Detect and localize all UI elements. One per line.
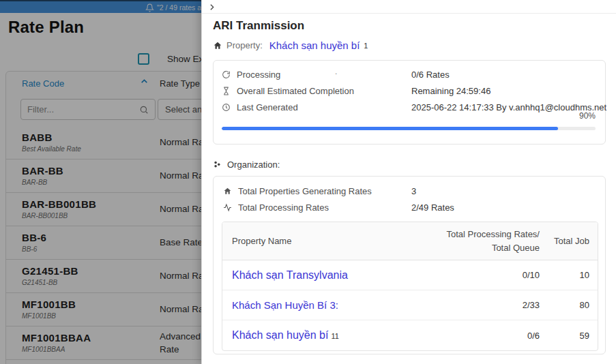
table-row[interactable]: Khách sạn huyền bí11 0/6 59 <box>222 320 598 350</box>
table-row[interactable]: Khách sạn Transylvania 0/10 10 <box>222 260 598 290</box>
processing-value: 0/6 Rates <box>411 70 450 80</box>
estimated-completion-value: Remaining 24:59:46 <box>411 86 490 96</box>
job-value: 80 <box>540 300 598 310</box>
drawer-title: ARI Tranmission <box>213 19 304 33</box>
progress-percent: 90% <box>579 111 596 121</box>
job-value: 59 <box>540 331 598 341</box>
job-value: 10 <box>540 270 598 280</box>
total-processing-label: Total Processing Rates <box>238 202 329 213</box>
property-suffix: 1 <box>364 42 368 50</box>
property-link[interactable]: Khách sạn huyền bí11 <box>222 329 437 342</box>
hourglass-icon <box>222 87 231 95</box>
table-row[interactable]: Khách Sạn Huyền Bí 3: 2/33 80 <box>222 290 598 320</box>
column-header-property-name: Property Name <box>222 236 437 246</box>
ari-transmission-drawer: ARI Tranmission Property: Khách sạn huyề… <box>201 0 616 364</box>
processing-label: Processing <box>237 70 280 80</box>
total-properties-value: 3 <box>411 186 416 196</box>
status-card: Processing . 0/6 Rates Overall Estimated… <box>213 60 606 145</box>
drawer-header-strip <box>202 0 616 14</box>
activity-icon <box>223 203 232 212</box>
clock-icon <box>222 103 231 112</box>
progress-bar-fill <box>222 127 558 130</box>
total-properties-label: Total Properties Generating Rates <box>238 186 372 196</box>
property-link[interactable]: Khách sạn huyền bí <box>269 40 360 51</box>
home-icon <box>213 41 222 50</box>
organization-icon <box>213 160 222 170</box>
last-generated-label: Last Generated <box>237 102 298 112</box>
table-header-row: Property Name Total Processing Rates/ To… <box>222 222 598 260</box>
processing-dots: . <box>335 67 337 76</box>
property-link[interactable]: Khách Sạn Huyền Bí 3: <box>222 299 437 311</box>
organization-properties-table: Property Name Total Processing Rates/ To… <box>222 222 598 351</box>
estimated-completion-label: Overall Estimated Completion <box>237 86 354 96</box>
property-label: Property: <box>226 40 263 50</box>
total-processing-value: 2/49 Rates <box>411 202 454 213</box>
column-header-queue: Total Processing Rates/ Total Queue <box>437 228 540 254</box>
queue-value: 0/6 <box>437 331 540 341</box>
sync-icon <box>222 70 231 79</box>
last-generated-value: 2025-06-22 14:17:33 By v.anhhq1@cloudhms… <box>411 102 606 112</box>
progress-bar <box>222 127 596 130</box>
organization-card: Total Properties Generating Rates 3 Tota… <box>213 176 606 354</box>
home-icon <box>223 187 232 196</box>
chevron-right-icon[interactable] <box>207 3 216 12</box>
queue-value: 2/33 <box>437 300 540 310</box>
organization-label: Organization: <box>227 160 280 170</box>
column-header-total-job: Total Job <box>540 236 598 246</box>
queue-value: 0/10 <box>437 270 540 280</box>
property-link[interactable]: Khách sạn Transylvania <box>222 269 437 282</box>
